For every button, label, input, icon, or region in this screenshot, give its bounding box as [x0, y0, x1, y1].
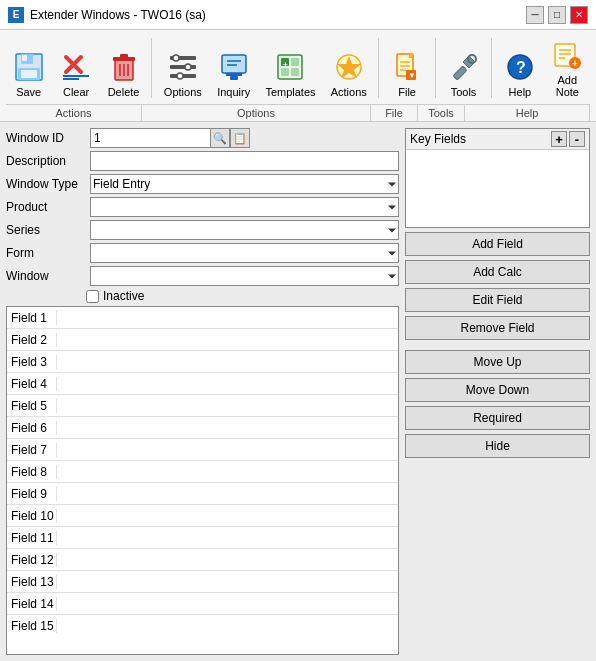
separator-4	[491, 38, 492, 98]
window-id-row: Window ID 🔍 📋	[6, 128, 399, 148]
templates-icon: +	[274, 51, 306, 83]
tools-button[interactable]: Tools	[441, 34, 486, 102]
svg-rect-20	[230, 76, 238, 80]
group-actions: Actions	[6, 105, 142, 121]
window-id-input[interactable]	[90, 128, 210, 148]
hide-button[interactable]: Hide	[405, 434, 590, 458]
clear-icon	[60, 51, 92, 83]
inquiry-icon	[218, 51, 250, 83]
maximize-button[interactable]: □	[548, 6, 566, 24]
svg-rect-26	[281, 68, 289, 76]
series-label: Series	[6, 223, 86, 237]
field-label: Field 6	[7, 421, 57, 435]
file-label: File	[398, 86, 416, 98]
inquiry-button[interactable]: Inquiry	[210, 34, 256, 102]
file-button[interactable]: ▼ File	[384, 34, 429, 102]
separator-1	[151, 38, 152, 98]
delete-button[interactable]: Delete	[101, 34, 146, 102]
options-button[interactable]: Options	[157, 34, 208, 102]
description-input[interactable]	[90, 151, 399, 171]
field-label: Field 4	[7, 377, 57, 391]
table-row: Field 14	[7, 593, 398, 615]
window-type-select[interactable]: Field Entry Lookup Report	[90, 174, 399, 194]
templates-button[interactable]: + Templates	[259, 34, 322, 102]
key-fields-body	[406, 150, 589, 227]
fields-container: Field 1Field 2Field 3Field 4Field 5Field…	[7, 307, 398, 637]
svg-rect-18	[222, 55, 246, 73]
move-up-button[interactable]: Move Up	[405, 350, 590, 374]
svg-rect-13	[170, 65, 196, 69]
svg-rect-19	[226, 73, 242, 76]
separator-2	[378, 38, 379, 98]
window-row: Window	[6, 266, 399, 286]
edit-field-button[interactable]: Edit Field	[405, 288, 590, 312]
table-row: Field 10	[7, 505, 398, 527]
title-bar-text: Extender Windows - TWO16 (sa)	[30, 8, 526, 22]
remove-field-button[interactable]: Remove Field	[405, 316, 590, 340]
group-file: File	[371, 105, 418, 121]
right-panel: Key Fields + - Add FieldAdd CalcEdit Fie…	[405, 128, 590, 655]
key-fields-controls: + -	[551, 131, 585, 147]
field-label: Field 14	[7, 597, 57, 611]
delete-icon	[108, 51, 140, 83]
inquiry-label: Inquiry	[217, 86, 250, 98]
table-row: Field 8	[7, 461, 398, 483]
description-label: Description	[6, 154, 86, 168]
help-button[interactable]: ? Help	[497, 34, 542, 102]
svg-text:+: +	[283, 60, 288, 69]
clear-button[interactable]: Clear	[53, 34, 98, 102]
window-select[interactable]	[90, 266, 399, 286]
window-label: Window	[6, 269, 86, 283]
table-row: Field 13	[7, 571, 398, 593]
svg-point-15	[173, 55, 179, 61]
key-fields-header: Key Fields + -	[406, 129, 589, 150]
required-button[interactable]: Required	[405, 406, 590, 430]
table-row: Field 2	[7, 329, 398, 351]
form-select[interactable]	[90, 243, 399, 263]
window-type-label: Window Type	[6, 177, 86, 191]
group-tools: Tools	[418, 105, 465, 121]
form-row: Form	[6, 243, 399, 263]
window-id-search-button[interactable]: 🔍	[210, 128, 230, 148]
key-fields-add-button[interactable]: +	[551, 131, 567, 147]
clear-label: Clear	[63, 86, 89, 98]
product-label: Product	[6, 200, 86, 214]
window-id-copy-button[interactable]: 📋	[230, 128, 250, 148]
series-select[interactable]	[90, 220, 399, 240]
field-label: Field 15	[7, 619, 57, 633]
table-row: Field 11	[7, 527, 398, 549]
field-label: Field 10	[7, 509, 57, 523]
save-button[interactable]: Save	[6, 34, 51, 102]
inactive-label: Inactive	[103, 289, 144, 303]
product-row: Product	[6, 197, 399, 217]
add-calc-button[interactable]: Add Calc	[405, 260, 590, 284]
field-label: Field 12	[7, 553, 57, 567]
minimize-button[interactable]: ─	[526, 6, 544, 24]
field-label: Field 11	[7, 531, 57, 545]
table-row: Field 3	[7, 351, 398, 373]
inactive-row: Inactive	[86, 289, 399, 303]
left-panel: Window ID 🔍 📋 Description Window Type Fi…	[6, 128, 399, 655]
svg-rect-39	[452, 66, 466, 80]
save-label: Save	[16, 86, 41, 98]
delete-label: Delete	[108, 86, 140, 98]
add-field-button[interactable]: Add Field	[405, 232, 590, 256]
content-area: Window ID 🔍 📋 Description Window Type Fi…	[6, 128, 590, 655]
field-label: Field 8	[7, 465, 57, 479]
key-fields-remove-button[interactable]: -	[569, 131, 585, 147]
product-select[interactable]	[90, 197, 399, 217]
field-label: Field 5	[7, 399, 57, 413]
field-label: Field 13	[7, 575, 57, 589]
field-label: Field 2	[7, 333, 57, 347]
window-type-row: Window Type Field Entry Lookup Report	[6, 174, 399, 194]
svg-point-17	[177, 73, 183, 79]
save-icon	[13, 51, 45, 83]
add-note-button[interactable]: + AddNote	[545, 34, 590, 102]
window-id-label: Window ID	[6, 131, 86, 145]
svg-rect-27	[291, 68, 299, 76]
actions-button[interactable]: Actions	[324, 34, 373, 102]
inactive-checkbox[interactable]	[86, 290, 99, 303]
close-button[interactable]: ✕	[570, 6, 588, 24]
move-down-button[interactable]: Move Down	[405, 378, 590, 402]
title-bar: E Extender Windows - TWO16 (sa) ─ □ ✕	[0, 0, 596, 30]
